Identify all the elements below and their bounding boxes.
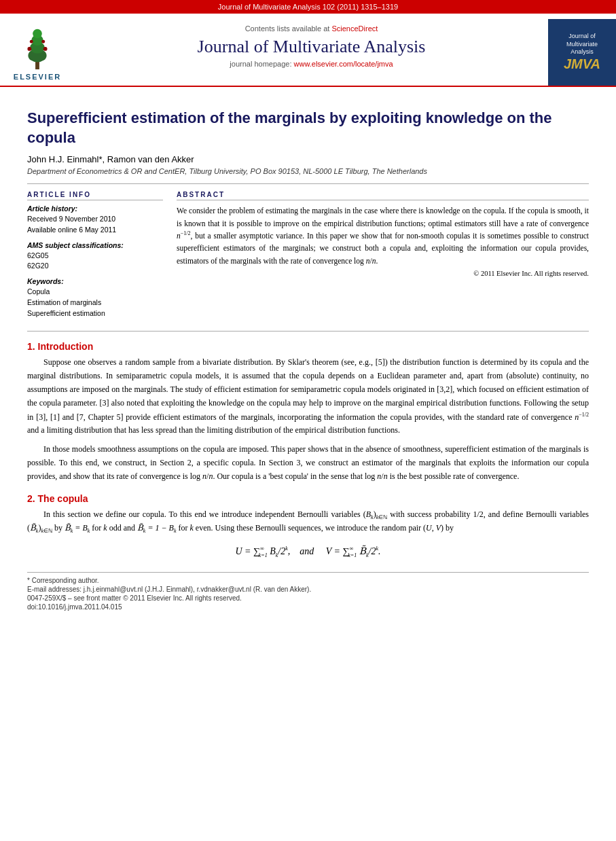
copyright-notice: © 2011 Elsevier Inc. All rights reserved… — [177, 270, 589, 277]
divider-1 — [27, 183, 589, 184]
authors: John H.J. Einmahl*, Ramon van den Akker — [27, 154, 589, 164]
affiliation: Department of Econometrics & OR and Cent… — [27, 167, 589, 175]
main-content: Superefficient estimation of the margina… — [0, 87, 616, 623]
formula-block: U = ∑∞k=1 Bk/2k, and V = ∑∞k=1 B̃k/2k. — [27, 545, 589, 558]
svg-point-4 — [33, 29, 42, 39]
elsevier-tree-icon — [17, 24, 58, 71]
journal-header-center: Contents lists available at ScienceDirec… — [75, 19, 548, 86]
svg-point-7 — [30, 40, 33, 43]
keyword-2: Estimation of marginals — [27, 298, 163, 308]
abstract-text: We consider the problem of estimating th… — [177, 204, 589, 267]
footnote-doi: doi:10.1016/j.jmva.2011.04.015 — [27, 603, 589, 611]
elsevier-logo: ELSEVIER — [14, 24, 61, 81]
article-history-group: Article history: Received 9 November 201… — [27, 204, 163, 236]
article-info-column: Article Info Article history: Received 9… — [27, 191, 163, 324]
footnote-email: E-mail addresses: j.h.j.einmahl@uvt.nl (… — [27, 586, 589, 593]
journal-citation-text: Journal of Multivariate Analysis 102 (20… — [218, 3, 398, 11]
copula-section-title: 2. The copula — [27, 493, 589, 504]
journal-title: Journal of Multivariate Analysis — [75, 37, 548, 57]
sciencedirect-link[interactable]: ScienceDirect — [331, 24, 378, 33]
keyword-1: Copula — [27, 287, 163, 298]
jmva-logo-box: Journal ofMultivariateAnalysis JMVA — [548, 19, 616, 86]
svg-point-8 — [41, 40, 45, 43]
keyword-3: Superefficient estimation — [27, 308, 163, 319]
article-info-label: Article Info — [27, 191, 163, 200]
journal-header: ELSEVIER Contents lists available at Sci… — [0, 14, 616, 87]
received-date: Received 9 November 2010 — [27, 214, 163, 225]
jmva-abbreviation: JMVA — [564, 56, 600, 72]
elsevier-wordmark: ELSEVIER — [14, 73, 61, 81]
sciencedirect-notice: Contents lists available at ScienceDirec… — [75, 24, 548, 33]
jmva-full-title: Journal ofMultivariateAnalysis — [566, 33, 598, 56]
homepage-link[interactable]: www.elsevier.com/locate/jmva — [294, 60, 393, 68]
ams-label: AMS subject classifications: — [27, 241, 163, 249]
footnote-star: * Corresponding author. — [27, 577, 589, 584]
intro-section-title: 1. Introduction — [27, 341, 589, 352]
article-history-label: Article history: — [27, 204, 163, 213]
ams-classification-group: AMS subject classifications: 62G05 62G20 — [27, 241, 163, 272]
ams-code-1: 62G05 — [27, 251, 163, 262]
svg-point-6 — [43, 47, 48, 51]
sciencedirect-prefix: Contents lists available at — [245, 24, 332, 33]
homepage-prefix: journal homepage: — [230, 60, 293, 68]
available-date: Available online 6 May 2011 — [27, 225, 163, 236]
intro-paragraph-2: In those models smoothness assumptions o… — [27, 443, 589, 483]
info-abstract-section: Article Info Article history: Received 9… — [27, 191, 589, 324]
formula-text: U = ∑∞k=1 Bk/2k, and V = ∑∞k=1 B̃k/2k. — [235, 545, 380, 558]
journal-homepage: journal homepage: www.elsevier.com/locat… — [75, 60, 548, 68]
journal-citation-bar: Journal of Multivariate Analysis 102 (20… — [0, 0, 616, 14]
footnote-issn: 0047-259X/$ – see front matter © 2011 El… — [27, 594, 589, 602]
svg-point-5 — [27, 47, 31, 51]
copula-paragraph-1: In this section we define our copula. To… — [27, 508, 589, 536]
footnote-area: * Corresponding author. E-mail addresses… — [27, 572, 589, 611]
keywords-label: Keywords: — [27, 277, 163, 285]
ams-code-2: 62G20 — [27, 261, 163, 272]
divider-2 — [27, 331, 589, 332]
elsevier-logo-area: ELSEVIER — [0, 19, 75, 86]
jmva-box: Journal ofMultivariateAnalysis JMVA — [551, 22, 613, 83]
abstract-column: Abstract We consider the problem of esti… — [177, 191, 589, 324]
article-title: Superefficient estimation of the margina… — [27, 109, 589, 147]
keywords-group: Keywords: Copula Estimation of marginals… — [27, 277, 163, 319]
intro-paragraph-1: Suppose one observes a random sample fro… — [27, 356, 589, 437]
abstract-label: Abstract — [177, 191, 589, 200]
